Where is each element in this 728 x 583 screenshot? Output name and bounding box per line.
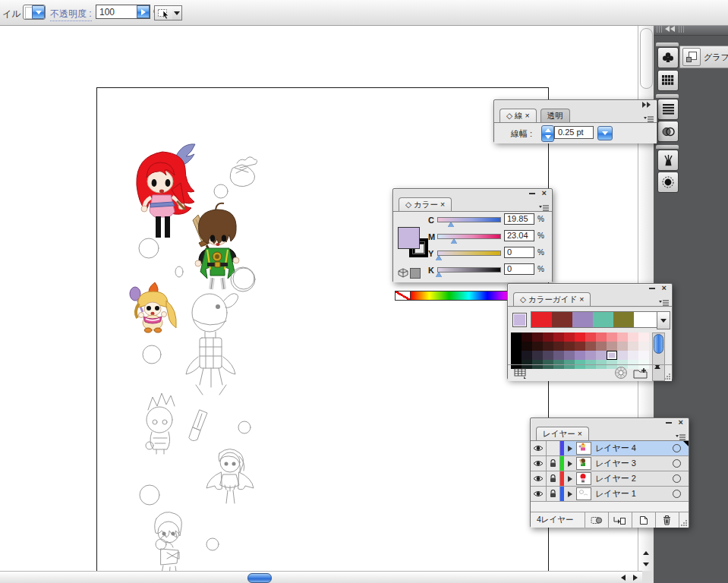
new-sublayer-button[interactable] <box>609 512 632 528</box>
variation-swatch[interactable] <box>638 351 649 360</box>
panel-menu-icon[interactable] <box>676 434 685 441</box>
harmony-colors-strip[interactable] <box>531 311 658 328</box>
channel-value-input[interactable]: 23.04 <box>504 230 534 241</box>
new-layer-button[interactable] <box>632 512 655 528</box>
lock-icon[interactable] <box>547 487 560 501</box>
layer-row[interactable]: レイヤー 1 <box>531 487 689 502</box>
panel-menu-icon[interactable] <box>644 116 654 123</box>
tab-transparency[interactable]: 透明 <box>540 109 570 122</box>
scroll-right-button[interactable] <box>629 572 641 583</box>
variation-swatch[interactable] <box>522 332 532 342</box>
layer-name[interactable]: レイヤー 1 <box>595 488 636 499</box>
transparency-panel-button[interactable] <box>657 121 679 142</box>
slider-thumb-icon[interactable] <box>436 272 442 277</box>
variation-swatch[interactable] <box>607 332 617 342</box>
layer-row[interactable]: レイヤー 3 <box>531 456 689 471</box>
variation-swatch[interactable] <box>553 342 564 351</box>
resize-grip[interactable] <box>680 519 688 527</box>
variation-swatch[interactable] <box>585 351 596 360</box>
make-clipping-mask-button[interactable] <box>585 512 608 528</box>
stroke-width-dropdown[interactable] <box>597 126 613 140</box>
fill-color-swatch[interactable] <box>398 227 420 249</box>
limit-swatch-library-icon[interactable] <box>514 368 528 379</box>
variation-swatch[interactable] <box>638 332 649 342</box>
spinner-right-icon[interactable] <box>137 5 150 18</box>
expand-panel-icon[interactable] <box>641 102 651 108</box>
save-to-swatches-icon[interactable] <box>633 367 648 379</box>
expand-layer-icon[interactable] <box>568 446 572 452</box>
variation-swatch[interactable] <box>575 351 585 360</box>
expand-layer-icon[interactable] <box>568 461 572 467</box>
variation-swatch[interactable] <box>564 342 575 351</box>
variation-swatch[interactable] <box>532 332 543 342</box>
layer-target-icon[interactable] <box>673 474 681 483</box>
variation-swatch[interactable] <box>596 342 607 351</box>
channel-value-input[interactable]: 19.85 <box>504 213 534 225</box>
resize-grip[interactable] <box>663 373 671 380</box>
variation-swatch[interactable] <box>532 342 543 351</box>
close-icon[interactable]: × <box>679 419 683 426</box>
layer-name[interactable]: レイヤー 2 <box>595 473 636 484</box>
minimize-icon[interactable] <box>666 422 672 424</box>
variation-swatch[interactable] <box>585 332 596 342</box>
color-guide-titlebar[interactable]: × <box>508 284 672 292</box>
none-swatch[interactable] <box>396 292 411 300</box>
layer-target-icon[interactable] <box>673 490 681 498</box>
variation-swatch[interactable] <box>617 342 628 351</box>
variation-swatch[interactable] <box>543 351 553 360</box>
edit-colors-wheel-icon[interactable] <box>614 366 628 380</box>
variation-swatch[interactable] <box>617 332 628 342</box>
minimize-icon[interactable] <box>649 288 655 289</box>
slider-thumb-icon[interactable] <box>451 238 457 244</box>
variation-swatch[interactable] <box>564 351 575 360</box>
variation-swatch[interactable] <box>628 342 638 351</box>
panel-menu-icon[interactable] <box>659 300 669 307</box>
variation-swatch[interactable] <box>532 351 543 360</box>
harmony-color-chip[interactable] <box>572 312 593 327</box>
variation-swatch[interactable] <box>522 351 532 360</box>
base-color-swatch[interactable] <box>512 313 527 327</box>
variation-swatch[interactable] <box>511 342 522 351</box>
delete-layer-button[interactable] <box>656 512 679 528</box>
variation-swatch[interactable] <box>553 351 564 360</box>
stroke-width-stepper[interactable] <box>541 125 554 142</box>
layer-name[interactable]: レイヤー 3 <box>595 458 636 469</box>
lock-icon[interactable] <box>547 456 560 471</box>
variation-swatch[interactable] <box>511 351 522 360</box>
variation-swatch[interactable] <box>628 351 638 360</box>
harmony-rules-dropdown[interactable] <box>657 311 670 329</box>
harmony-color-chip[interactable] <box>531 312 552 327</box>
gradient-panel-button[interactable] <box>657 172 679 193</box>
variation-swatch[interactable] <box>575 342 585 351</box>
tab-layers[interactable]: レイヤー × <box>536 427 589 440</box>
tab-color[interactable]: ◇ カラー × <box>399 197 452 211</box>
variation-swatch[interactable] <box>607 351 617 360</box>
variation-swatch[interactable] <box>543 332 553 342</box>
color-panel-titlebar[interactable]: × <box>393 189 552 197</box>
layer-row[interactable]: レイヤー 2 <box>531 471 689 487</box>
layer-row[interactable]: レイヤー 4 <box>531 441 689 456</box>
layers-panel-titlebar[interactable]: × <box>531 418 689 427</box>
variation-swatch[interactable] <box>607 342 617 351</box>
variation-swatch[interactable] <box>638 342 649 351</box>
close-icon[interactable]: × <box>662 285 667 292</box>
visibility-eye-icon[interactable] <box>531 471 547 486</box>
opacity-link[interactable]: 不透明度 : <box>50 8 92 21</box>
variation-swatch[interactable] <box>628 332 638 342</box>
slider-thumb-icon[interactable] <box>448 222 454 227</box>
collapse-dock-icon[interactable] <box>665 26 676 32</box>
variation-swatch[interactable] <box>553 332 564 342</box>
variation-swatch[interactable] <box>522 342 532 351</box>
stroke-width-input[interactable]: 0.25 pt <box>554 126 594 139</box>
channel-slider[interactable] <box>437 217 501 222</box>
dock-group-handle[interactable] <box>656 94 679 98</box>
appearance-panel-button[interactable] <box>657 99 679 120</box>
layer-target-icon[interactable] <box>673 444 681 452</box>
harmony-color-chip[interactable] <box>552 312 572 327</box>
horizontal-scrollbar[interactable] <box>0 571 642 583</box>
style-dropdown[interactable] <box>23 5 46 20</box>
close-icon[interactable]: × <box>542 190 547 197</box>
variation-swatch[interactable] <box>511 332 522 342</box>
channel-slider[interactable] <box>437 234 501 239</box>
lock-toggle-empty[interactable] <box>547 441 560 455</box>
